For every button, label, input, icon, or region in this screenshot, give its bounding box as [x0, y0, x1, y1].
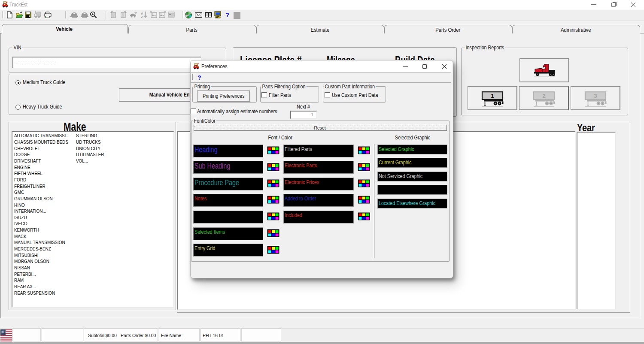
svg-text:2: 2 — [542, 93, 546, 99]
svg-text:3: 3 — [594, 93, 597, 99]
svg-text:1: 1 — [491, 93, 494, 99]
svg-text:Z: Z — [141, 15, 143, 18]
